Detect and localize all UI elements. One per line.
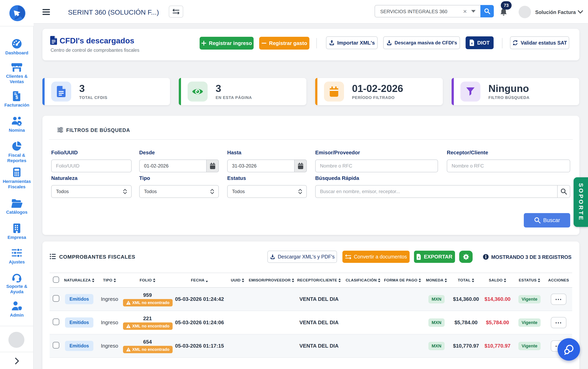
svg-text:x: x	[418, 256, 420, 259]
svg-text:$: $	[15, 94, 18, 100]
svg-text:x: x	[471, 41, 473, 45]
